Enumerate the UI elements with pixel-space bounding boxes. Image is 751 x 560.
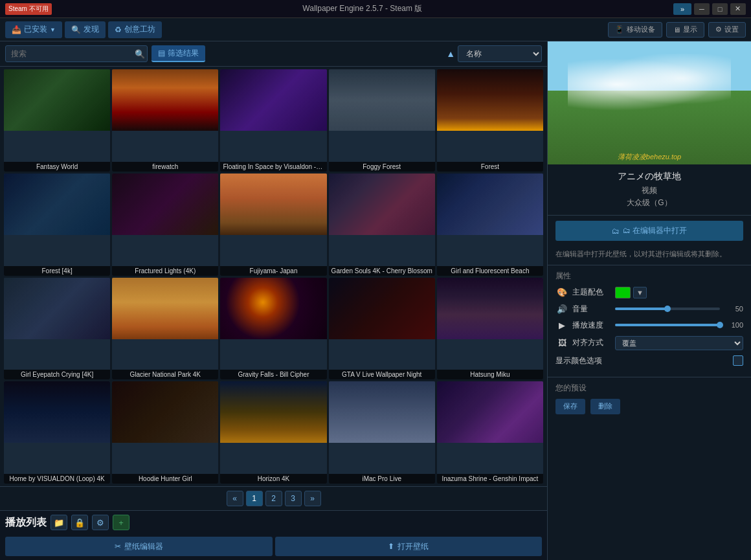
titlebar-controls: » ─ □ ✕	[673, 3, 746, 15]
theme-color-icon: 🎨	[555, 287, 568, 297]
preset-save-button[interactable]: 保存	[555, 399, 585, 414]
wallpaper-item[interactable]: Garden Souls 4K - Cherry Blossom	[329, 174, 435, 276]
wallpaper-thumbnail	[437, 278, 543, 339]
open-editor-button[interactable]: 🗂 🗂 在编辑器中打开	[555, 221, 743, 241]
wallpaper-item[interactable]: Fujiyama- Japan	[220, 174, 326, 276]
wallpaper-title: Girl Eyepatch Crying [4K]	[4, 370, 110, 379]
wallpaper-item[interactable]: Girl and Fluorescent Beach	[437, 174, 543, 276]
mobile-icon: 📱	[615, 25, 624, 34]
sort-select[interactable]: 名称 评分 收藏夹 最新	[458, 45, 542, 62]
playlist-folder-button[interactable]: 📁	[50, 515, 67, 530]
wallpaper-item[interactable]: Hoodie Hunter Girl	[112, 381, 218, 484]
wallpaper-title: iMac Pro Live	[329, 474, 435, 484]
wallpaper-item[interactable]: firewatch	[112, 69, 218, 172]
wallpaper-thumbnail	[220, 381, 326, 443]
display-icon: 🖥	[673, 26, 680, 34]
settings-button[interactable]: ⚙ 设置	[708, 22, 746, 38]
filter-icon: ▤	[158, 49, 165, 58]
wallpaper-item[interactable]: Fantasy World	[4, 69, 110, 172]
wallpaper-editor-button[interactable]: ✂ 壁纸编辑器	[5, 537, 273, 556]
thumbnail-overlay	[4, 174, 110, 235]
page-next-button[interactable]: »	[304, 491, 321, 506]
align-label: 对齐方式	[572, 337, 611, 348]
titlebar-left: Steam 不可用	[5, 3, 52, 15]
wallpaper-title: Inazuma Shrine - Genshin Impact	[437, 474, 543, 484]
wallpaper-item[interactable]: Forest [4k]	[4, 174, 110, 276]
volume-icon: 🔊	[555, 304, 568, 314]
speed-slider[interactable]	[615, 324, 720, 326]
wallpaper-title: Hoodie Hunter Girl	[112, 474, 218, 484]
wallpaper-thumbnail	[220, 174, 326, 235]
playlist-settings-button[interactable]: ⚙	[92, 515, 109, 530]
expand-button[interactable]: »	[673, 3, 691, 15]
wallpaper-item[interactable]: Glacier National Park 4K	[112, 278, 218, 380]
page-prev-button[interactable]: «	[227, 491, 243, 506]
wallpaper-item[interactable]: Foggy Forest	[329, 69, 435, 172]
preset-row: 保存 删除	[555, 399, 743, 414]
page-2-button[interactable]: 2	[265, 491, 282, 506]
thumbnail-overlay	[329, 69, 435, 131]
color-box[interactable]	[615, 287, 631, 298]
wallpaper-thumbnail	[329, 174, 435, 235]
wallpaper-item[interactable]: Inazuma Shrine - Genshin Impact	[437, 381, 543, 484]
mobile-button[interactable]: 📱 移动设备	[608, 22, 662, 38]
wallpaper-thumbnail	[4, 381, 110, 443]
wallpaper-item[interactable]: Hatsung Miku	[437, 278, 543, 380]
wallpaper-item[interactable]: Forest	[437, 69, 543, 172]
thumbnail-overlay	[112, 381, 218, 443]
minimize-button[interactable]: ─	[694, 3, 710, 15]
wallpaper-thumbnail	[329, 69, 435, 131]
wallpaper-item[interactable]: iMac Pro Live	[329, 381, 435, 484]
playlist-add-button[interactable]: +	[113, 515, 129, 530]
workshop-icon: ♻	[115, 25, 122, 34]
playlist-lock-button[interactable]: 🔒	[71, 515, 88, 530]
color-options-checkbox[interactable]	[733, 355, 743, 366]
editor-label: 壁纸编辑器	[124, 541, 163, 552]
color-dropdown-button[interactable]: ▼	[633, 287, 647, 298]
titlebar-title: Wallpaper Engine 2.5.7 - Steam 版	[302, 3, 422, 14]
wallpaper-item[interactable]: Floating In Space by Visualdon - 4K Vers…	[220, 69, 326, 172]
wallpaper-thumbnail	[112, 381, 218, 443]
volume-slider[interactable]	[615, 308, 720, 310]
wallpaper-title: Hatsung Miku	[437, 370, 543, 379]
wallpaper-item[interactable]: Fractured Lights (4K)	[112, 174, 218, 276]
nav-workshop[interactable]: ♻ 创意工坊	[108, 21, 162, 38]
preset-delete-button[interactable]: 删除	[590, 399, 620, 414]
nav-right-buttons: 📱 移动设备 🖥 显示 ⚙ 设置	[608, 22, 746, 38]
nav-discover[interactable]: 🔍 发现	[65, 21, 106, 38]
speed-fill	[615, 324, 720, 326]
right-panel: 薄荷凌凌behezu.top アニメの牧草地 视频 大众级（G） 🗂 🗂 在编辑…	[547, 41, 751, 560]
wallpaper-item[interactable]: Horizon 4K	[220, 381, 326, 484]
display-label: 显示	[683, 25, 697, 34]
search-input[interactable]	[5, 45, 148, 62]
open-label: 打开壁纸	[398, 541, 429, 552]
wallpaper-thumbnail	[437, 69, 543, 131]
display-button[interactable]: 🖥 显示	[666, 22, 704, 38]
thumbnail-overlay	[112, 278, 218, 339]
volume-value: 50	[724, 305, 743, 313]
theme-color-label: 主题配色	[572, 287, 611, 298]
align-select[interactable]: 覆盖 拉伸 居中 平铺	[615, 336, 743, 350]
wallpaper-item[interactable]: GTA V Live Wallpaper Night	[329, 278, 435, 380]
search-button[interactable]: 🔍	[135, 49, 145, 59]
theme-color-row: 🎨 主题配色 ▼	[555, 287, 743, 298]
sort-controls: ▲ 名称 评分 收藏夹 最新	[446, 45, 542, 62]
wallpaper-title: Fujiyama- Japan	[220, 266, 326, 276]
wallpaper-item[interactable]: Gravity Falls - Bill Cipher	[220, 278, 326, 380]
maximize-button[interactable]: □	[712, 3, 728, 15]
wallpaper-title: Fractured Lights (4K)	[112, 266, 218, 276]
filter-button[interactable]: ▤ 筛选结果	[151, 45, 205, 62]
thumbnail-overlay	[329, 381, 435, 443]
thumbnail-overlay	[4, 278, 110, 339]
wallpaper-title: Gravity Falls - Bill Cipher	[220, 370, 326, 379]
thumbnail-overlay	[437, 69, 543, 131]
page-1-button[interactable]: 1	[246, 491, 263, 506]
close-button[interactable]: ✕	[730, 3, 746, 15]
wallpaper-item[interactable]: Home by VISUALDON (Loop) 4K	[4, 381, 110, 484]
sort-direction-button[interactable]: ▲	[446, 49, 455, 59]
page-3-button[interactable]: 3	[285, 491, 302, 506]
wallpaper-item[interactable]: Girl Eyepatch Crying [4K]	[4, 278, 110, 380]
search-input-wrapper: 🔍	[5, 45, 148, 62]
nav-installed[interactable]: 📥 已安装 ▼	[5, 21, 62, 38]
open-wallpaper-button[interactable]: ⬆ 打开壁纸	[275, 537, 543, 556]
